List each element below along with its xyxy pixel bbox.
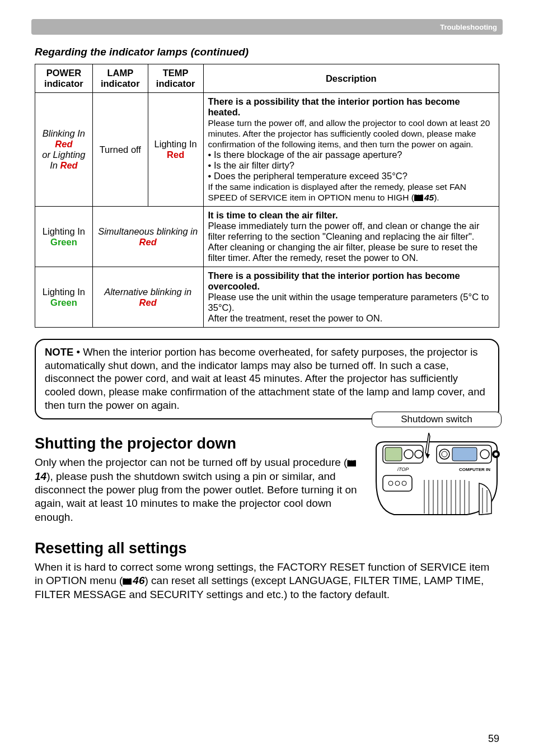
cell-power: Lighting In Green <box>35 207 93 267</box>
svg-point-10 <box>494 452 498 456</box>
ref: 45 <box>424 193 434 202</box>
txt: ). <box>434 193 439 202</box>
txt: Only when the projector can not be turne… <box>35 456 347 468</box>
svg-rect-1 <box>385 447 402 461</box>
red-text: Red <box>167 150 184 160</box>
book-icon <box>123 575 133 586</box>
svg-text:iTOP: iTOP <box>397 466 409 472</box>
ref: 14 <box>35 470 46 482</box>
reset-heading: Resetting all settings <box>35 540 499 557</box>
th-power: POWER indicator <box>35 64 93 93</box>
green-text: Green <box>50 297 77 307</box>
book-icon <box>414 193 424 202</box>
desc-text: Please use the unit within the usage tem… <box>208 292 489 312</box>
projector-illustration: iTOP COMPUTER IN <box>372 432 502 516</box>
desc-text: If the same indication is displayed afte… <box>208 182 467 202</box>
red-text: Red <box>139 237 157 247</box>
txt: Lighting In <box>43 287 85 297</box>
table-row: Blinking In Red or Lighting In Red Turne… <box>35 93 499 207</box>
txt: Blinking In <box>43 128 85 138</box>
txt: Simultaneous blinking in <box>98 226 198 236</box>
cell-power: Lighting In Green <box>35 267 93 328</box>
page-number: 59 <box>488 733 499 745</box>
cell-merged: Alternative blinking in Red <box>92 267 203 328</box>
desc-bold: There is a possibility that the interior… <box>208 96 460 117</box>
bullet: • Does the peripheral temperature exceed… <box>208 171 407 181</box>
device-caption: Shutdown switch <box>372 412 502 427</box>
table-row: Lighting In Green Simultaneous blinking … <box>35 207 499 267</box>
reset-para: When it is hard to correct some wrong se… <box>35 561 499 601</box>
svg-rect-7 <box>452 447 477 461</box>
txt: Lighting In <box>154 139 197 149</box>
th-lamp: LAMP indicator <box>92 64 148 93</box>
bullet: • Is the air filter dirty? <box>208 160 294 170</box>
desc-text: After the treatment, reset the power to … <box>208 313 383 323</box>
cell-lamp: Turned off <box>92 93 148 207</box>
cell-merged: Simultaneous blinking in Red <box>92 207 203 267</box>
note-label: NOTE <box>45 346 73 358</box>
red-text: Red <box>55 139 72 149</box>
continued-heading: Regarding the indicator lamps (continued… <box>35 46 499 58</box>
svg-text:COMPUTER IN: COMPUTER IN <box>459 467 490 472</box>
header-bar: Troubleshooting <box>31 19 503 35</box>
desc-text: Please immediately turn the power off, a… <box>208 221 480 263</box>
shutting-para: Only when the projector can not be turne… <box>35 456 365 524</box>
txt: ), please push the shutdown switch using… <box>35 470 357 523</box>
note-text: • When the interior portion has become o… <box>45 346 485 411</box>
txt: Alternative blinking in <box>104 287 191 297</box>
page-content: Regarding the indicator lamps (continued… <box>0 35 534 601</box>
red-text: Red <box>139 297 157 307</box>
desc-bold: It is time to clean the air filter. <box>208 210 338 220</box>
indicator-table: POWER indicator LAMP indicator TEMP indi… <box>35 64 499 328</box>
book-icon <box>347 456 357 468</box>
note-box: NOTE • When the interior portion has bec… <box>35 339 499 419</box>
cell-desc: It is time to clean the air filter. Plea… <box>203 207 499 267</box>
cell-desc: There is a possibility that the interior… <box>203 267 499 328</box>
red-text: Red <box>60 160 77 170</box>
ref: 46 <box>133 575 144 586</box>
th-desc: Description <box>203 64 499 93</box>
cell-power: Blinking In Red or Lighting In Red <box>35 93 93 207</box>
txt: Lighting In <box>43 226 85 236</box>
green-text: Green <box>50 237 77 247</box>
header-tag: Troubleshooting <box>440 19 497 35</box>
table-row: Lighting In Green Alternative blinking i… <box>35 267 499 328</box>
device-figure: Shutdown switch iTOP COMPUTER IN <box>372 412 502 516</box>
th-temp: TEMP indicator <box>148 64 203 93</box>
desc-text: Please turn the power off, and allow the… <box>208 118 490 149</box>
bullet: • Is there blockage of the air passage a… <box>208 150 402 160</box>
cell-desc: There is a possibility that the interior… <box>203 93 499 207</box>
desc-bold: There is a possibility that the interior… <box>208 270 460 291</box>
cell-temp: Lighting In Red <box>148 93 203 207</box>
svg-rect-13 <box>383 475 412 491</box>
